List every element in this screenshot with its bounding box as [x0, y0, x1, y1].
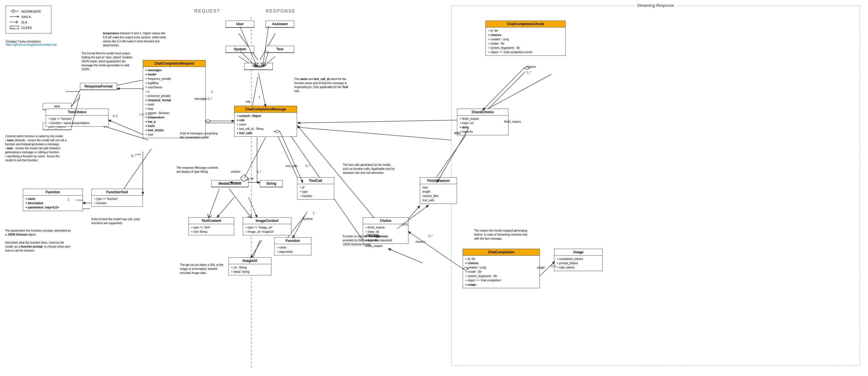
ccr-f6: + n	[145, 89, 203, 94]
fr-mult-01: 0..1	[403, 223, 408, 226]
ccr-f4: + logitBias	[145, 81, 203, 85]
ccr-f13: + top_p	[145, 119, 203, 124]
svg-line-47	[258, 73, 266, 107]
function-tool-body: + type == 'function' + function	[92, 196, 143, 206]
ccr-title: ChatCompletionRequest	[143, 60, 205, 67]
ccr-f1: + messages	[145, 68, 203, 73]
ccr-f10: + stop	[145, 107, 203, 111]
author-info: Christian Tzolov (christzlov) https://gi…	[6, 40, 57, 46]
svg-line-62	[298, 120, 457, 123]
ccc-f3: + created : Long	[488, 37, 563, 41]
mult-1star: 1..*	[257, 170, 261, 173]
function-left-body: + name + description + parameters: map<S…	[23, 196, 83, 211]
image-url-annotation: The url can be either a URL of the image…	[180, 263, 226, 275]
fr-f2: + arguments	[277, 250, 309, 254]
cc-f1: + finish_reason	[460, 117, 506, 121]
mult-1: 1	[211, 90, 213, 93]
ccr-f3: + frequency_penalty	[145, 77, 203, 81]
comp-f6: + object == 'chat.completion'	[465, 278, 537, 283]
ic-f2: + image_url: ImageUrl	[245, 230, 289, 234]
string-title: String	[260, 180, 282, 187]
svg-line-58	[293, 211, 307, 238]
chat-completion-message-box: ChatCompletionMessage + content : Object…	[234, 106, 297, 137]
fr-length: length	[423, 190, 455, 194]
role-box: Role	[244, 63, 273, 70]
diagram-container: AGGREGATE HAS A IS A xxx CLASS Christian…	[0, 0, 868, 376]
iu-title: ImageUrl	[229, 258, 271, 264]
ccr-f9: + seed	[145, 103, 203, 107]
tc-f2: + text: String	[191, 230, 231, 234]
iu-f2: + detail: String	[231, 270, 269, 274]
usage-label: usage	[537, 266, 545, 269]
system-box: System	[226, 46, 254, 53]
finish-reason-label-2: finish_reason	[366, 244, 382, 248]
cc-title: ChunkChoice	[457, 109, 508, 116]
svg-line-8	[277, 135, 300, 183]
ccr-f2: + model	[145, 73, 203, 77]
ccc-title: ChatCompletionChunk	[486, 21, 565, 27]
iu-f1: + url : String	[231, 265, 269, 270]
ft-field-2: + function	[94, 201, 140, 205]
mult-messages: messages 1..*	[194, 97, 212, 100]
tool-choice-field-2: + function = name:functionName	[48, 121, 106, 125]
ccc-f6: + object == 'chat.completion.chunk'	[488, 50, 563, 54]
request-label: REQUEST	[194, 8, 220, 14]
ccr-f14: + tools	[145, 124, 203, 128]
ccm-body: + content : Object + role + name + tool_…	[235, 113, 297, 136]
svg-line-16	[389, 249, 423, 263]
choices-mult-2: 1..*	[428, 234, 433, 238]
iu-body: + url : String + detail: String	[229, 264, 271, 275]
usage-mult: 0..1	[551, 264, 556, 268]
delta-label: delta	[454, 132, 460, 135]
response-label: RESPONSE	[266, 8, 296, 14]
cc-f2: + index :int	[460, 121, 506, 125]
function-left-title: Function	[23, 189, 83, 196]
ccc-body: + id :Str + choices + created : Long + m…	[486, 27, 565, 55]
mult-01-tc: 0..1	[113, 114, 118, 117]
mult-toolcalls: tool_calls	[286, 165, 298, 168]
mult-rformat-1: 1	[142, 87, 144, 90]
function-left-f3: + parameters: map<S,O>	[25, 205, 80, 210]
cc-f3: + delta	[460, 125, 506, 129]
usage-body: + completion_tokens + prompt_tokens + to…	[554, 256, 602, 271]
role-title: Role	[245, 63, 273, 70]
mult-0star-tools: 0..*	[131, 154, 136, 157]
cc-f4: + logprobs	[460, 129, 506, 134]
fr-cf: content_filter	[423, 194, 455, 198]
function-tool-box: FunctionTool + type == 'function' + func…	[91, 189, 143, 207]
legend-aggregate: AGGREGATE	[9, 9, 48, 14]
svg-line-57	[280, 132, 303, 182]
streaming-label: Streaming Response	[634, 3, 677, 8]
ccm-f1: + content : Object	[237, 114, 294, 118]
legend-class: xxx CLASS	[9, 25, 48, 30]
comp-f4: + model : Str	[465, 270, 537, 274]
mult-role: role	[246, 100, 250, 103]
finish-reason-box: FinishReason stop length content_filter …	[420, 177, 457, 204]
usage-f1: + completion_tokens	[557, 257, 600, 261]
chunk-choices-label: choices	[526, 65, 536, 68]
tc-title: TextContent	[189, 218, 234, 224]
svg-line-11	[103, 126, 149, 140]
fr-title: Function	[275, 238, 311, 244]
response-format-title: ResponseFormat	[80, 83, 117, 90]
tools-label: tools	[136, 153, 141, 156]
tc2-f2: + type	[300, 190, 332, 194]
mult-0star: 0..*	[306, 165, 310, 168]
author-github[interactable]: https://github.com/logaritex/assistant-a…	[6, 43, 57, 46]
ccr-body: + messages + model + frequency_penalty +…	[143, 67, 205, 138]
ccm-f4: + tool_call_id : String	[237, 127, 294, 131]
tc-body: + type == "text" + text: String	[189, 224, 234, 235]
tool-choice-title: ToolChoice	[46, 109, 108, 116]
fr-stop: stop	[423, 185, 455, 190]
ccc-f5: + system_fingerprint : Str	[488, 46, 563, 50]
mult-function: function	[303, 217, 313, 221]
name-tool-call-annotation: The name and tool_call_id stand for the …	[294, 77, 351, 93]
svg-line-40	[108, 120, 143, 135]
tool-title: Tool	[266, 46, 294, 53]
function-tool-annotation: A list of tools the model may call. (onl…	[91, 217, 149, 225]
fr-f1: + name	[277, 245, 309, 250]
comp-title: ChatCompletion	[463, 249, 539, 256]
svg-line-50	[244, 137, 266, 178]
function-right-box: Function + name + arguments	[274, 237, 311, 255]
svg-marker-36	[241, 174, 248, 182]
